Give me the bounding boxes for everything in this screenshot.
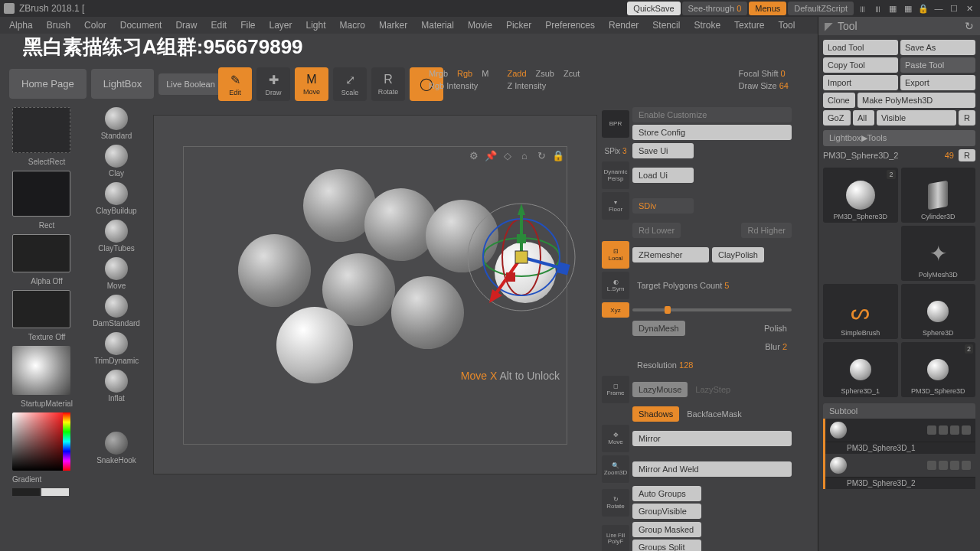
subtool-item[interactable]	[825, 454, 975, 478]
toolbar-icon-4[interactable]: ▦	[901, 2, 915, 15]
store-config-button[interactable]: Store Config	[632, 125, 792, 140]
group-masked-button[interactable]: Group Masked	[632, 522, 701, 537]
tool-r-button[interactable]: R	[959, 149, 975, 161]
goz-button[interactable]: GoZ	[823, 110, 851, 126]
save-as-button[interactable]: Save As	[900, 40, 975, 55]
menu-stroke[interactable]: Stroke	[688, 18, 727, 32]
mrgb-label[interactable]: Mrgb	[429, 69, 448, 78]
import-button[interactable]: Import	[823, 75, 898, 90]
dynamesh-button[interactable]: DynaMesh	[632, 321, 685, 336]
brush-standard[interactable]	[105, 107, 128, 130]
frame-button[interactable]: ◻Frame	[602, 376, 629, 403]
home-icon[interactable]: ⌂	[518, 149, 531, 161]
menus-button[interactable]: Menus	[749, 2, 786, 15]
menu-marker[interactable]: Marker	[373, 18, 413, 32]
zremesher-button[interactable]: ZRemesher	[632, 247, 709, 262]
brush-inflat[interactable]	[105, 370, 128, 393]
menu-movie[interactable]: Movie	[462, 18, 498, 32]
menu-file[interactable]: File	[234, 18, 261, 32]
menu-color[interactable]: Color	[78, 18, 113, 32]
tool-cell[interactable]: Cylinder3D	[901, 168, 976, 223]
target-poly-slider[interactable]	[632, 308, 792, 311]
mirror-weld-button[interactable]: Mirror And Weld	[632, 461, 792, 477]
lightbox-tools-button[interactable]: Lightbox▶Tools	[823, 130, 975, 146]
rgb-intensity-label[interactable]: Rgb Intensity	[429, 81, 478, 90]
live-boolean-button[interactable]: Live Boolean	[158, 73, 223, 95]
visible-button[interactable]: Visible	[877, 110, 956, 126]
sdiv-label[interactable]: SDiv	[632, 198, 694, 214]
texture-thumb[interactable]	[12, 290, 70, 328]
select-rect-thumb[interactable]	[12, 107, 70, 153]
tool-cell[interactable]: 2PM3D_Sphere3D	[823, 168, 898, 223]
zcut-label[interactable]: Zcut	[564, 69, 580, 78]
brush-snakehook[interactable]	[105, 432, 128, 455]
marker-icon[interactable]: ◇	[501, 149, 514, 161]
clone-button[interactable]: Clone	[823, 93, 855, 108]
menu-draw[interactable]: Draw	[169, 18, 203, 32]
r-button[interactable]: R	[959, 110, 975, 126]
xyz-button[interactable]: Xyz	[602, 302, 629, 318]
gradient-strips[interactable]	[12, 488, 81, 496]
toolbar-icon-2[interactable]: ⫼	[871, 2, 884, 15]
toolbar-icon-3[interactable]: ▦	[886, 2, 900, 15]
menu-brush[interactable]: Brush	[41, 18, 77, 32]
draw-size-label[interactable]: Draw Size	[739, 81, 777, 90]
floor-button[interactable]: ▾Floor	[602, 192, 629, 220]
load-ui-button[interactable]: Load Ui	[632, 168, 694, 183]
menu-render[interactable]: Render	[603, 18, 645, 32]
brush-claytubes[interactable]	[105, 220, 128, 243]
menu-macro[interactable]: Macro	[334, 18, 371, 32]
tool-cell[interactable]: ✦PolyMesh3D	[901, 226, 976, 281]
tool-cell[interactable]: Sphere3D	[901, 284, 976, 339]
menu-stencil[interactable]: Stencil	[646, 18, 686, 32]
claypolish-button[interactable]: ClayPolish	[712, 247, 764, 262]
brush-move[interactable]	[105, 257, 128, 280]
refresh-icon[interactable]: ↻	[535, 149, 547, 161]
save-ui-button[interactable]: Save Ui	[632, 143, 694, 158]
color-picker[interactable]	[12, 412, 70, 471]
tool-cell[interactable]: 2PM3D_Sphere3D	[901, 342, 976, 397]
lazymouse-button[interactable]: LazyMouse	[632, 382, 688, 397]
all-button[interactable]: All	[853, 110, 874, 126]
copy-tool-button[interactable]: Copy Tool	[823, 57, 898, 73]
rect-thumb[interactable]	[12, 171, 70, 217]
persp-button[interactable]: DynamicPersp	[602, 161, 629, 189]
lightbox-button[interactable]: LightBox	[91, 69, 155, 99]
rd-higher-button[interactable]: Rd Higher	[741, 223, 792, 238]
subtool-item[interactable]	[825, 419, 975, 442]
brush-clay[interactable]	[105, 145, 128, 168]
focal-shift-label[interactable]: Focal Shift	[739, 69, 779, 78]
menu-document[interactable]: Document	[114, 18, 168, 32]
home-page-button[interactable]: Home Page	[9, 69, 87, 99]
group-visible-button[interactable]: GroupVisible	[632, 504, 701, 519]
menu-edit[interactable]: Edit	[204, 18, 233, 32]
rotate-button[interactable]: RRotate	[371, 67, 405, 101]
refresh-icon[interactable]: ↻	[965, 20, 974, 32]
maximize-icon[interactable]: ☐	[947, 2, 961, 15]
hue-strip[interactable]	[63, 412, 70, 471]
material-thumb[interactable]	[12, 346, 70, 395]
groups-split-button[interactable]: Groups Split	[632, 540, 701, 551]
rotate-nav-button[interactable]: ↻Rotate	[602, 489, 629, 517]
subtool-header[interactable]: Subtool	[823, 403, 975, 419]
zoom3d-button[interactable]: 🔍Zoom3D	[602, 455, 629, 483]
gear-icon[interactable]: ⚙	[468, 149, 480, 161]
see-through-button[interactable]: See-through 0	[682, 2, 748, 15]
default-zscript-button[interactable]: DefaultZScript	[788, 2, 854, 15]
quicksave-button[interactable]: QuickSave	[627, 2, 680, 15]
menu-picker[interactable]: Picker	[500, 18, 537, 32]
polyf-button[interactable]: Line FillPolyF	[602, 525, 629, 552]
menu-preferences[interactable]: Preferences	[539, 18, 601, 32]
menu-alpha[interactable]: Alpha	[3, 18, 39, 32]
menu-material[interactable]: Material	[415, 18, 460, 32]
auto-groups-button[interactable]: Auto Groups	[632, 486, 701, 501]
tool-cell[interactable]: Sphere3D_1	[823, 342, 898, 397]
menu-tool[interactable]: Tool	[772, 18, 801, 32]
bpr-button[interactable]: BPR	[602, 110, 629, 138]
draw-button[interactable]: ✚Draw	[256, 67, 290, 101]
zadd-label[interactable]: Zadd	[507, 69, 526, 78]
load-tool-button[interactable]: Load Tool	[823, 40, 898, 55]
mirror-button[interactable]: Mirror	[632, 431, 792, 446]
tool-cell[interactable]	[823, 226, 898, 281]
move-nav-button[interactable]: ✥Move	[602, 425, 629, 452]
